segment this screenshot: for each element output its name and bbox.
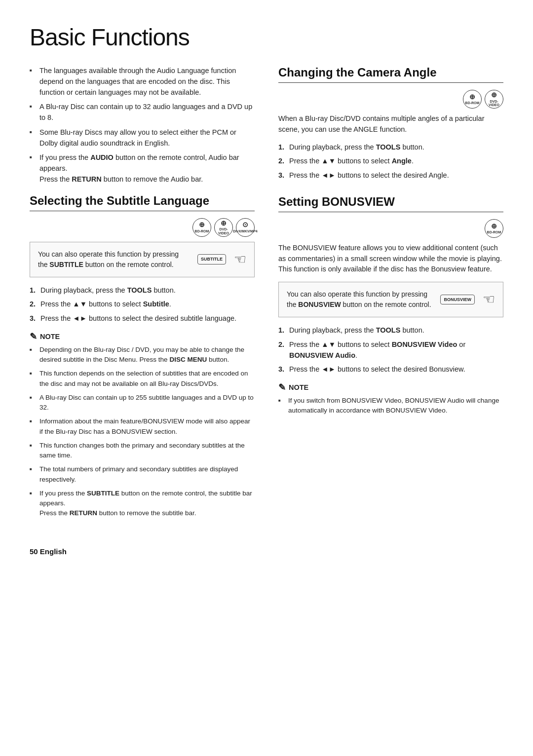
camera-step-1: During playback, press the TOOLS button. (278, 142, 503, 153)
bd-rom-badge: ⊕ BD-ROM (192, 218, 211, 237)
page-footer: 50 English (30, 547, 503, 556)
bonusview-note-title: ✎ NOTE (278, 382, 503, 393)
camera-badges: ⊕ BD-ROM ⊕ DVD-VIDEO (278, 90, 503, 109)
left-column: The languages available through the Audi… (30, 66, 255, 532)
subtitle-note-1: Depending on the Blu-ray Disc / DVD, you… (30, 345, 255, 365)
intro-bullets-list: The languages available through the Audi… (30, 66, 255, 185)
subtitle-note-7: If you press the SUBTITLE button on the … (30, 489, 255, 519)
subtitle-note-bullets: Depending on the Blu-ray Disc / DVD, you… (30, 345, 255, 519)
camera-step-3: Press the ◄► buttons to select the desir… (278, 170, 503, 181)
subtitle-note: ✎ NOTE Depending on the Blu-ray Disc / D… (30, 331, 255, 519)
bonusview-button-label: BONUSVIEW (440, 295, 475, 305)
subtitle-note-4: Information about the main feature/BONUS… (30, 416, 255, 437)
subtitle-note-6: The total numbers of primary and seconda… (30, 464, 255, 485)
bonusview-step-3: Press the ◄► buttons to select the desir… (278, 364, 503, 375)
subtitle-note-2: This function depends on the selection o… (30, 369, 255, 389)
bonusview-steps: During playback, press the TOOLS button.… (278, 325, 503, 375)
intro-bullet-4: If you press the AUDIO button on the rem… (30, 152, 255, 185)
page-number: 50 (30, 547, 38, 556)
subtitle-step-3: Press the ◄► buttons to select the desir… (30, 313, 255, 324)
note-pencil-icon: ✎ (30, 331, 37, 342)
divx-badge: ⊙ DivX/MKV/MP4 (236, 218, 255, 237)
subtitle-section-title: Selecting the Subtitle Language (30, 194, 255, 211)
bonusview-callout-text: You can also operate this function by pr… (287, 289, 432, 310)
camera-steps: During playback, press the TOOLS button.… (278, 142, 503, 181)
subtitle-note-title: ✎ NOTE (30, 331, 255, 342)
bonusview-note-bullets: If you switch from BONUSVIEW Video, BONU… (278, 396, 503, 416)
page-title: Basic Functions (30, 24, 503, 51)
subtitle-step-2: Press the ▲▼ buttons to select Subtitle. (30, 299, 255, 310)
subtitle-section: Selecting the Subtitle Language ⊕ BD-ROM… (30, 194, 255, 519)
bonusview-note: ✎ NOTE If you switch from BONUSVIEW Vide… (278, 382, 503, 416)
bonusview-step-1: During playback, press the TOOLS button. (278, 325, 503, 336)
dvd-video-badge: ⊕ DVD-VIDEO (214, 218, 233, 237)
intro-bullet-1: The languages available through the Audi… (30, 66, 255, 98)
camera-intro: When a Blu-ray Disc/DVD contains multipl… (278, 113, 503, 135)
subtitle-badges: ⊕ BD-ROM ⊕ DVD-VIDEO ⊙ DivX/MKV/MP4 (30, 218, 255, 237)
subtitle-hand-icon: ☜ (234, 249, 246, 270)
page-language: English (40, 547, 67, 556)
subtitle-note-5: This function changes both the primary a… (30, 441, 255, 461)
right-column: Changing the Camera Angle ⊕ BD-ROM ⊕ DVD… (278, 66, 503, 532)
camera-bd-rom-badge: ⊕ BD-ROM (463, 90, 482, 109)
bonusview-section-title: Setting BONUSVIEW (278, 195, 503, 212)
bonusview-note-1: If you switch from BONUSVIEW Video, BONU… (278, 396, 503, 416)
subtitle-note-3: A Blu-ray Disc can contain up to 255 sub… (30, 393, 255, 413)
bonusview-hand-icon: ☜ (483, 289, 495, 310)
subtitle-callout-box: You can also operate this function by pr… (30, 242, 255, 277)
bonusview-section: Setting BONUSVIEW ⊕ BD-ROM The BONUSVIEW… (278, 195, 503, 416)
camera-dvd-video-badge: ⊕ DVD-VIDEO (485, 90, 503, 109)
intro-bullet-2: A Blu-ray Disc can contain up to 32 audi… (30, 102, 255, 123)
bonusview-step-2: Press the ▲▼ buttons to select BONUSVIEW… (278, 340, 503, 361)
bonusview-badges: ⊕ BD-ROM (278, 219, 503, 238)
subtitle-step-1: During playback, press the TOOLS button. (30, 285, 255, 296)
bonusview-note-pencil-icon: ✎ (278, 382, 286, 393)
bonusview-bd-rom-badge: ⊕ BD-ROM (485, 219, 503, 238)
camera-step-2: Press the ▲▼ buttons to select Angle. (278, 156, 503, 167)
camera-section: Changing the Camera Angle ⊕ BD-ROM ⊕ DVD… (278, 66, 503, 181)
subtitle-steps: During playback, press the TOOLS button.… (30, 285, 255, 324)
bonusview-intro: The BONUSVIEW feature allows you to view… (278, 243, 503, 275)
subtitle-callout-text: You can also operate this function by pr… (38, 249, 190, 270)
subtitle-button-label: SUBTITLE (197, 254, 226, 265)
intro-bullet-3: Some Blu-ray Discs may allow you to sele… (30, 127, 255, 149)
bonusview-callout-box: You can also operate this function by pr… (278, 282, 503, 317)
camera-section-title: Changing the Camera Angle (278, 66, 503, 83)
